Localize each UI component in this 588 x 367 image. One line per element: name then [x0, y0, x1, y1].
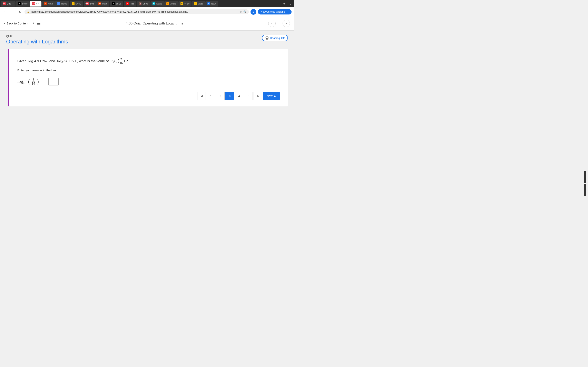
next-label: Next — [267, 94, 273, 98]
header-next-button[interactable]: › — [283, 20, 290, 27]
tab-t15[interactable]: CWatc — [192, 1, 205, 7]
tab-favicon-t1: D2L — [3, 2, 6, 5]
question-card: Given log34 ≈ 1.262 and log37 ≈ 1.771 , … — [8, 49, 288, 106]
url-text: learning.k12.com/d2l/le/enhancedSequence… — [31, 10, 238, 13]
reload-button[interactable]: ↻ — [17, 9, 23, 15]
instructions-text: Enter your answer in the box. — [17, 68, 280, 72]
main-content: QUIZ: Operating with Logarithms 🎧 Readin… — [0, 31, 294, 110]
tab-label-t5: Home — [61, 2, 67, 5]
tab-label-t8: Math — [102, 2, 107, 5]
tab-t13[interactable]: aAmaz — [164, 1, 178, 7]
tab-t11[interactable]: 🍫Choo — [137, 1, 150, 7]
tab-favicon-t13: a — [166, 2, 169, 5]
tab-favicon-t14: C — [181, 2, 183, 5]
tab-favicon-t12: N — [153, 2, 155, 5]
tab-t14[interactable]: CWatc — [178, 1, 191, 7]
tab-favicon-t3: D2L — [32, 2, 35, 5]
tab-label-t13: Amaz — [170, 2, 176, 5]
header-menu-icon[interactable]: ☰ — [37, 21, 41, 26]
tab-label-t12: News — [156, 2, 162, 5]
tab-favicon-t2: X — [18, 2, 21, 5]
pagination-page-1[interactable]: 1 — [207, 92, 215, 100]
tab-favicon-t6: → — [72, 2, 75, 5]
profile-button[interactable]: J — [251, 9, 256, 15]
tab-t7[interactable]: D2L2.08 — [84, 1, 96, 7]
math-display: log3 ( 7 16 ) = — [17, 78, 280, 86]
new-chrome-label: New Chrome available — [261, 10, 285, 13]
new-tab-button[interactable]: + — [282, 2, 287, 6]
tab-favicon-t15: C — [194, 2, 197, 5]
url-bar[interactable]: 🔒 learning.k12.com/d2l/le/enhancedSequen… — [25, 9, 249, 14]
tab-label-t2: Solve — [22, 2, 27, 5]
page-header: ‹ Back to Content ⋮ ☰ 4.06 Quiz: Operati… — [0, 16, 294, 31]
tab-label-t6: My iC — [76, 2, 81, 5]
back-nav-button[interactable]: ← — [2, 9, 8, 15]
header-dots-icon[interactable]: ⋮ — [32, 21, 35, 26]
header-prev-button[interactable]: ‹ — [268, 20, 276, 27]
tab-t8[interactable]: MMath — [96, 1, 109, 7]
pagination: ◄ 1 2 3 4 5 6 Next ▶ — [17, 92, 280, 100]
pagination-prev-button[interactable]: ◄ — [197, 92, 206, 100]
tab-bar: D2LQuiz×XSolveD2L4×MMathGHome→My iCD2L2.… — [0, 0, 294, 7]
tab-t3[interactable]: D2L4× — [30, 1, 42, 7]
tab-t12[interactable]: NNews — [150, 1, 164, 7]
tab-overflow-button[interactable]: ⌄ — [287, 2, 293, 5]
tab-t16[interactable]: NNew — [205, 1, 218, 7]
tab-t9[interactable]: XSolve — [110, 1, 123, 7]
answer-input[interactable] — [48, 78, 59, 85]
tab-label-t4: Math — [48, 2, 53, 5]
tab-label-t3: 4 — [36, 2, 37, 5]
pagination-page-6[interactable]: 6 — [254, 92, 262, 100]
tab-t4[interactable]: MMath — [42, 1, 55, 7]
header-dots-right-icon[interactable]: ⋮ — [277, 21, 281, 26]
quiz-title: Operating with Logarithms — [6, 39, 288, 45]
page-title: 4.06 Quiz: Operating with Logarithms — [41, 21, 268, 25]
tab-label-t15: Watc — [198, 2, 203, 5]
back-arrow-icon: ‹ — [4, 21, 5, 25]
tab-label-t7: 2.08 — [90, 2, 94, 5]
lock-icon: 🔒 — [27, 11, 30, 13]
address-bar: ← → ↻ 🔒 learning.k12.com/d2l/le/enhanced… — [0, 7, 294, 16]
tab-label-t1: Quiz — [7, 2, 11, 5]
tab-favicon-t9: X — [112, 2, 115, 5]
search-icon: 🔍 — [243, 10, 246, 13]
tab-favicon-t5: G — [57, 2, 60, 5]
pagination-page-3[interactable]: 3 — [225, 92, 234, 100]
tab-favicon-t8: M — [98, 2, 101, 5]
next-button[interactable]: Next ▶ — [263, 92, 280, 100]
tab-label-t16: New — [211, 2, 216, 5]
tab-t5[interactable]: GHome — [55, 1, 69, 7]
tab-favicon-t11: 🍫 — [139, 2, 141, 5]
new-chrome-menu-icon: ⋮ — [286, 10, 289, 13]
tab-label-t11: Choo — [143, 2, 148, 5]
next-arrow-icon: ▶ — [274, 94, 276, 98]
headphones-icon: 🎧 — [265, 36, 269, 40]
star-icon: ☆ — [240, 10, 242, 13]
reading-status: Off — [281, 36, 285, 40]
back-to-content-button[interactable]: ‹ Back to Content — [4, 21, 28, 25]
tab-t10[interactable]: ▶(488 — [124, 1, 136, 7]
question-text: Given log34 ≈ 1.262 and log37 ≈ 1.771 , … — [17, 57, 280, 65]
tab-favicon-t10: ▶ — [126, 2, 129, 5]
new-chrome-button[interactable]: New Chrome available ⋮ — [258, 9, 292, 15]
tab-close-t3[interactable]: × — [38, 3, 39, 5]
reading-label: Reading — [270, 36, 280, 40]
browser-chrome: D2LQuiz×XSolveD2L4×MMathGHome→My iCD2L2.… — [0, 0, 294, 16]
quiz-label: QUIZ: — [6, 35, 288, 38]
reading-button[interactable]: 🎧 Reading Off — [262, 35, 288, 41]
forward-nav-button[interactable]: → — [10, 9, 16, 15]
tab-label-t10: (488 — [130, 2, 134, 5]
tab-favicon-t16: N — [208, 2, 210, 5]
pagination-page-5[interactable]: 5 — [244, 92, 253, 100]
tab-favicon-t4: M — [44, 2, 47, 5]
tab-t2[interactable]: XSolve — [16, 1, 30, 7]
pagination-page-2[interactable]: 2 — [216, 92, 225, 100]
tab-favicon-t7: D2L — [86, 2, 89, 5]
pagination-page-4[interactable]: 4 — [235, 92, 243, 100]
back-label: Back to Content — [7, 22, 28, 25]
tab-label-t14: Watc — [184, 2, 190, 5]
tab-t1[interactable]: D2LQuiz× — [1, 1, 16, 7]
tab-label-t9: Solve — [116, 2, 121, 5]
tab-close-t1[interactable]: × — [12, 3, 14, 5]
tab-t6[interactable]: →My iC — [70, 1, 83, 7]
